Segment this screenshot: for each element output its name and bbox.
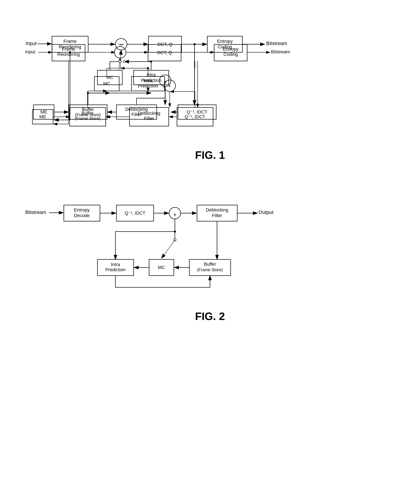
fig1-buf-t1: Buffer — [82, 107, 94, 112]
fig1-fr-t2: Reordering — [59, 44, 81, 49]
fig1-ip-t1: Intra — [147, 72, 156, 77]
fig2-db-t1: Deblocking — [206, 207, 228, 212]
fig1-switch-open2 — [123, 60, 125, 63]
fig1-minus: − — [120, 42, 123, 48]
fig1-section: Input Frame Reordering − DCT, Q — [17, 12, 403, 174]
fig1-buf-t2: (Frame Store) — [75, 113, 101, 117]
page: Input Frame Reordering − DCT, Q — [17, 12, 403, 343]
fig1-junction-top — [193, 43, 196, 45]
fig2-section: Bitstream Entropy Decode Q⁻¹, IDCT + — [17, 182, 403, 335]
fig2-qiidct: Q⁻¹, IDCT — [125, 210, 145, 216]
fig1-me: ME — [41, 109, 47, 114]
fig1-db-t2: Filter — [132, 112, 142, 117]
fig2-ip-t1: Intra — [111, 262, 120, 267]
fig1-ip-t2: Prediction — [141, 78, 161, 83]
fig1-input: Input — [26, 41, 37, 46]
fig2-ed-t2: Decode — [74, 213, 90, 218]
svg-line-93 — [162, 240, 175, 258]
fig2-bitstream: Bitstream — [25, 210, 46, 215]
fig2-label: FIG. 2 — [195, 310, 225, 323]
fig1-svg: Input Frame Reordering − DCT, Q — [17, 12, 403, 141]
fig1-fr-t1: Frame — [63, 39, 77, 44]
fig1-label: FIG. 1 — [195, 149, 225, 161]
fig2-buf-t2: (Frame Store) — [197, 268, 223, 272]
fig2-mc: MC — [158, 265, 165, 270]
fig2-ed-t1: Entropy — [74, 207, 90, 212]
fig2-db-t2: Filter — [212, 213, 222, 218]
fig1-bitstream: Bitstream — [266, 41, 287, 46]
fig2-svg: Bitstream Entropy Decode Q⁻¹, IDCT + — [17, 182, 403, 302]
fig1-ec-t1: Entropy — [217, 39, 233, 44]
fig2-plus: + — [173, 211, 176, 218]
fig1-plus: + — [163, 79, 167, 85]
fig2-ip-t2: Prediction — [105, 267, 126, 272]
fig1-junction-buf — [87, 92, 89, 94]
fig1-switch-open — [119, 60, 121, 63]
fig1-ec-t2: Coding — [218, 44, 232, 49]
fig1-mc: MC — [106, 75, 113, 80]
fig1-qiidct: Q⁻¹, IDCT — [187, 109, 207, 114]
fig1-junction-intra — [150, 60, 152, 63]
fig1-db-t1: Deblocking — [125, 107, 148, 112]
svg-line-62 — [120, 50, 121, 61]
fig2-output: Output — [258, 210, 273, 215]
fig1-junction-fr — [69, 51, 71, 53]
fig2-buf-t1: Buffer — [204, 262, 216, 267]
fig1-dctq: DCT, Q — [158, 42, 172, 47]
